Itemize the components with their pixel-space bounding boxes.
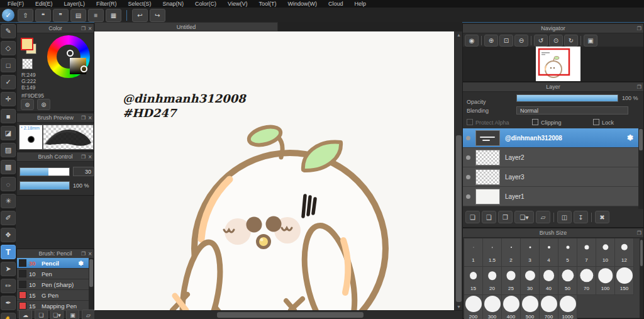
close-icon[interactable]: × (88, 250, 92, 257)
lasso-tool[interactable]: ◌ (1, 177, 16, 191)
brush-size-5[interactable]: 5 (558, 238, 577, 267)
brush-size-500[interactable]: 500 (521, 295, 540, 319)
add-brush-menu-button[interactable]: ❏▾ (50, 310, 64, 319)
brush-row-pen[interactable]: 10Pen (17, 269, 89, 279)
navigator-thumbnail[interactable] (536, 47, 580, 81)
layer-row-dinhmanh312008[interactable]: @dinhmanh312008✽ (463, 128, 640, 148)
brush-size-25[interactable]: 25 (502, 267, 521, 295)
menu-item-select-s[interactable]: Select(S) (123, 1, 157, 7)
brush-size-12[interactable]: 12 (615, 238, 634, 267)
canvas-tab[interactable]: Untitled (94, 22, 278, 31)
brush-size-scrollbar[interactable] (640, 238, 643, 318)
menu-item-tool-t[interactable]: Tool(T) (253, 1, 282, 7)
gear-icon[interactable]: ✽ (79, 260, 84, 267)
lock-checkbox[interactable]: Lock (593, 120, 614, 126)
hue-marker[interactable] (80, 65, 87, 72)
layer-list-scrollbar[interactable] (638, 128, 643, 209)
brush-size-100[interactable]: 100 (596, 267, 615, 295)
zoom-actual-button[interactable]: ◉ (465, 35, 479, 47)
document-button[interactable]: ▤ (70, 9, 86, 22)
rotate-ccw-button[interactable]: ↺ (534, 35, 548, 47)
check-tool[interactable]: ✓ (1, 75, 16, 89)
sv-marker[interactable] (67, 50, 74, 57)
brush-tool[interactable]: ✎ (1, 24, 16, 38)
brush-size-1-5[interactable]: 1.5 (483, 238, 502, 267)
brush-size-1[interactable]: 1 (464, 238, 483, 267)
layer-row-layer2[interactable]: Layer2 (463, 148, 640, 167)
lock-rotate-button[interactable]: ▣ (584, 35, 597, 47)
clipping-checkbox[interactable]: Clipping (532, 120, 562, 126)
brush-size-4[interactable]: 4 (540, 238, 558, 267)
merge-layer-button[interactable]: ↧ (574, 211, 588, 223)
gradient-tool[interactable]: ▨ (1, 143, 16, 157)
palette-button[interactable]: ⊚ (21, 99, 34, 110)
menu-item-layer-l[interactable]: Layer(L) (58, 1, 91, 7)
brush-size-2[interactable]: 2 (502, 238, 521, 267)
popout-icon[interactable]: ❐ (81, 26, 86, 31)
vertical-scroll-thumb[interactable] (456, 135, 462, 302)
brush-size-700[interactable]: 700 (540, 295, 558, 319)
menu-item-cloud[interactable]: Cloud (323, 1, 349, 7)
brush-opacity-slider[interactable] (19, 181, 70, 190)
marker-tool[interactable]: ✏ (1, 279, 16, 293)
foreground-color-swatch[interactable] (21, 38, 33, 50)
bucket-tool[interactable]: ◪ (1, 126, 16, 140)
palette-set-button[interactable]: ⊛ (37, 99, 50, 110)
close-icon[interactable]: × (88, 25, 92, 32)
brush-size-value[interactable]: 30 (73, 167, 94, 176)
add-8bit-layer-button[interactable]: ❑ (482, 211, 496, 223)
magic-wand-tool[interactable]: ✳ (1, 194, 16, 208)
hand-tool[interactable]: ✋ (1, 313, 16, 319)
menu-item-view-v[interactable]: View(V) (222, 1, 253, 7)
eyedropper-tool[interactable]: ✒ (1, 296, 16, 310)
menu-item-file-f[interactable]: File(F) (2, 1, 30, 7)
layer-row-layer1[interactable]: Layer1 (463, 187, 640, 206)
add-1bit-layer-button[interactable]: ❒ (498, 211, 513, 223)
medibang-cloud-button[interactable]: ✓ (2, 9, 14, 21)
visibility-dot[interactable] (466, 136, 470, 140)
popout-icon[interactable]: ❐ (637, 230, 641, 236)
brush-size-10[interactable]: 10 (596, 238, 615, 267)
eraser-tool[interactable]: ◇ (1, 41, 16, 55)
fill-rect-tool[interactable]: ■ (1, 109, 16, 123)
menu-item-color-c[interactable]: Color(C) (189, 1, 222, 7)
comment-button[interactable]: ❝ (35, 9, 51, 22)
visibility-dot[interactable] (466, 155, 470, 160)
close-icon[interactable]: × (88, 154, 92, 160)
menu-item-window-w[interactable]: Window(W) (282, 1, 323, 7)
popout-icon[interactable]: ❐ (81, 154, 86, 160)
brush-size-400[interactable]: 400 (502, 295, 521, 319)
zoom-in-button[interactable]: ⊕ (484, 35, 498, 47)
brush-row-pen-sharp[interactable]: 10Pen (Sharp) (17, 279, 89, 290)
cloud-brush-button[interactable]: ☁ (19, 310, 32, 319)
zoom-out-button[interactable]: ⊖ (514, 35, 528, 47)
horizontal-scroll-thumb[interactable] (217, 312, 364, 318)
form-list-button[interactable]: ≡ (88, 9, 104, 22)
popout-icon[interactable]: ❐ (637, 26, 641, 31)
menu-item-filter-r[interactable]: Filter(R) (91, 1, 123, 7)
brush-size-20[interactable]: 20 (483, 267, 502, 295)
brush-size-200[interactable]: 200 (464, 295, 483, 319)
select-pen-tool[interactable]: ✐ (1, 211, 16, 225)
protect-alpha-checkbox[interactable]: Protect Alpha (467, 120, 509, 126)
save-brush-button[interactable]: ▣ (66, 310, 79, 319)
layer-row-layer3[interactable]: Layer3 (463, 167, 640, 187)
brush-folder-button[interactable]: ▱ (82, 310, 95, 319)
delete-layer-button[interactable]: ✖ (595, 211, 609, 223)
brush-row-g-pen[interactable]: 15G Pen (17, 290, 89, 301)
menu-item-edit-e[interactable]: Edit(E) (30, 1, 58, 7)
material-bubble-button[interactable]: ❞ (53, 9, 69, 22)
visibility-dot[interactable] (466, 194, 470, 199)
menu-item-snap-n[interactable]: Snap(N) (157, 1, 190, 7)
add-layer-button[interactable]: ❏ (465, 211, 480, 223)
brush-size-50[interactable]: 50 (558, 267, 577, 295)
gear-icon[interactable]: ✽ (627, 133, 633, 142)
canvas-horizontal-scrollbar[interactable] (94, 311, 462, 319)
brush-size-30[interactable]: 30 (521, 267, 540, 295)
brush-list-scrollbar[interactable] (89, 258, 94, 309)
popout-icon[interactable]: ❐ (81, 251, 86, 257)
close-icon[interactable]: × (88, 115, 92, 121)
brush-size-slider[interactable] (19, 167, 70, 176)
brush-size-3[interactable]: 3 (521, 238, 540, 267)
add-folder-button[interactable]: ▱ (536, 211, 550, 223)
